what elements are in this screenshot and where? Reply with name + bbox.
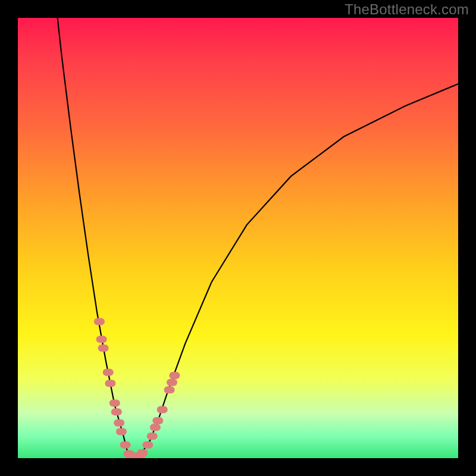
marker-dot [98,345,109,352]
marker-dot [116,428,127,436]
marker-dot [103,369,114,376]
marker-dot [142,441,153,449]
watermark-text: TheBottleneck.com [345,1,469,18]
marker-dot [114,419,124,427]
marker-dot [105,380,115,387]
marker-dot [167,379,177,386]
marker-dot [150,424,161,431]
marker-dot [137,449,148,456]
plot-area [18,18,458,458]
marker-dot [94,318,105,325]
chart-frame: TheBottleneck.com [0,0,476,476]
bottleneck-curve [58,18,458,458]
marker-dot [96,336,107,343]
marker-dot [111,408,122,415]
marker-dot [120,441,131,449]
marker-dot [147,433,158,440]
marker-dot [157,406,168,414]
highlight-markers [94,318,180,458]
marker-dot [169,372,180,379]
chart-svg [18,18,458,458]
marker-dot [109,400,120,407]
marker-dot [164,386,175,393]
marker-dot [152,417,163,424]
